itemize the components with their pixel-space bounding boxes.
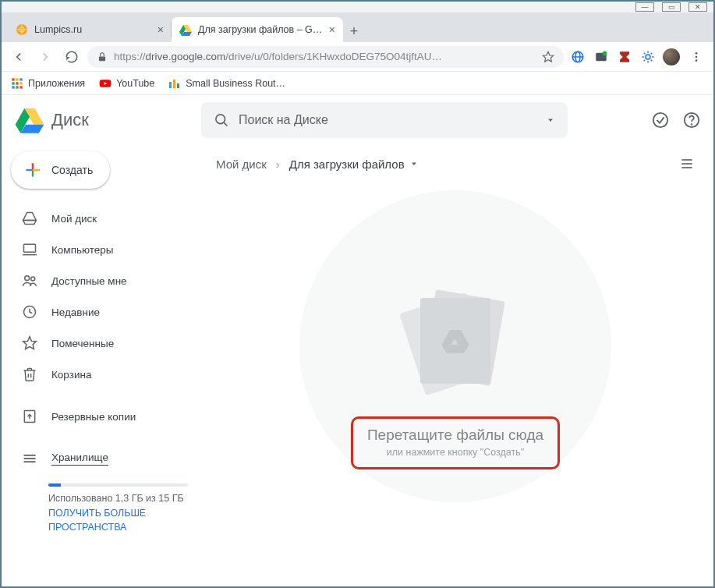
profile-avatar[interactable] [662,48,681,66]
nav-label: Помеченные [51,338,114,349]
svg-rect-31 [177,83,179,88]
backup-icon [22,409,37,424]
star-icon [22,335,37,351]
create-button[interactable]: Создать [11,151,110,189]
star-icon[interactable] [542,51,554,63]
svg-point-15 [696,52,698,55]
tab-label: Lumpics.ru [34,24,151,35]
bookmark-apps[interactable]: Приложения [11,77,85,90]
svg-rect-26 [19,86,22,88]
browser-toolbar: https://drive.google.com/drive/u/0/folde… [2,42,713,72]
bookmark-label: Приложения [28,78,85,89]
plus-icon [22,159,44,181]
extension-icon[interactable] [592,48,611,66]
search-options-icon[interactable] [546,115,555,125]
nav-recent[interactable]: Недавние [11,296,200,328]
bookmark-item[interactable]: Small Business Rout… [168,77,285,90]
bookmark-youtube[interactable]: YouTube [99,77,154,90]
svg-rect-22 [16,82,18,84]
computers-icon [22,242,37,257]
bookmark-label: Small Business Rout… [186,78,285,89]
svg-marker-8 [543,51,553,62]
svg-rect-21 [12,82,14,84]
browser-tab-active[interactable]: Для загрузки файлов – Google × [172,17,343,42]
svg-rect-47 [24,244,36,252]
back-button[interactable] [8,46,30,68]
nav-label: Доступные мне [51,275,127,287]
url-text: https://drive.google.com/drive/u/0/folde… [114,51,536,62]
extension-icon[interactable] [639,48,657,66]
create-label: Создать [51,164,93,176]
empty-subtitle: или нажмите кнопку "Создать" [367,447,543,458]
browser-tab[interactable]: Lumpics.ru × [8,17,172,42]
breadcrumb-current[interactable]: Для загрузки файлов [289,158,419,171]
youtube-icon [99,77,111,90]
site-icon [168,77,181,90]
search-box[interactable]: Поиск на Диске [201,102,568,138]
nav-trash[interactable]: Корзина [11,359,200,390]
window-titlebar: — ▭ ✕ [2,2,713,12]
new-tab-button[interactable]: + [343,20,365,42]
tab-close-icon[interactable]: × [329,23,335,36]
help-icon[interactable] [682,111,701,129]
search-placeholder: Поиск на Диске [239,113,328,127]
nav-label: Хранилище [51,452,108,466]
drive-header: Диск Поиск на Диске [2,95,713,145]
forward-button[interactable] [34,46,56,68]
trash-icon [22,367,37,382]
empty-files-illustration [397,284,514,401]
nav-starred[interactable]: Помеченные [11,328,200,359]
empty-title: Перетащите файлы сюда [367,427,543,444]
list-view-icon[interactable] [679,156,695,172]
breadcrumb: Мой диск › Для загрузки файлов [200,145,710,182]
storage-upgrade-link[interactable]: ПОЛУЧИТЬ БОЛЬШЕ ПРОСТРАНСТВА [48,507,188,534]
window-maximize-button[interactable]: ▭ [662,2,681,12]
tab-close-icon[interactable]: × [158,23,164,36]
nav-storage[interactable]: Хранилище [11,443,200,474]
bookmark-label: YouTube [116,78,154,89]
recent-icon [22,304,37,320]
empty-folder-area[interactable]: Перетащите файлы сюда или нажмите кнопку… [200,182,710,586]
svg-rect-29 [169,82,172,88]
svg-point-14 [646,55,650,59]
nav-shared[interactable]: Доступные мне [11,265,200,296]
svg-point-49 [25,276,30,281]
nav-computers[interactable]: Компьютеры [11,234,200,265]
address-bar[interactable]: https://drive.google.com/drive/u/0/folde… [87,46,564,68]
svg-point-38 [653,113,667,127]
svg-point-17 [696,59,698,62]
svg-marker-46 [23,221,37,225]
extension-icon[interactable] [568,48,587,66]
browser-menu-button[interactable] [685,46,707,68]
svg-marker-37 [548,119,553,122]
chevron-down-icon [409,159,419,168]
nav-my-drive[interactable]: Мой диск [11,203,200,234]
chevron-right-icon: › [276,158,280,171]
drive-logo-icon [14,104,45,136]
svg-point-13 [603,51,607,55]
main-panel: Мой диск › Для загрузки файлов [200,145,713,586]
svg-rect-20 [19,78,22,80]
nav-label: Недавние [51,306,100,318]
svg-marker-45 [23,213,37,221]
extension-icon[interactable] [615,48,634,66]
storage-section: Использовано 1,3 ГБ из 15 ГБ ПОЛУЧИТЬ БО… [11,474,200,534]
tab-label: Для загрузки файлов – Google [198,24,323,35]
svg-rect-24 [12,86,14,88]
ready-offline-icon[interactable] [651,111,670,129]
drive-product-name: Диск [51,110,89,130]
svg-point-35 [216,115,225,124]
svg-marker-58 [412,163,416,166]
svg-point-50 [31,277,35,281]
nav-backups[interactable]: Резервные копии [11,401,200,432]
drive-logo[interactable]: Диск [14,104,193,136]
svg-marker-52 [23,337,37,349]
nav-label: Компьютеры [51,244,114,256]
apps-icon [11,77,23,90]
svg-rect-19 [16,78,18,80]
reload-button[interactable] [61,46,83,68]
window-minimize-button[interactable]: — [635,2,654,12]
bookmarks-bar: Приложения YouTube Small Business Rout… [2,72,713,95]
breadcrumb-root[interactable]: Мой диск [216,158,267,171]
window-close-button[interactable]: ✕ [688,2,707,12]
